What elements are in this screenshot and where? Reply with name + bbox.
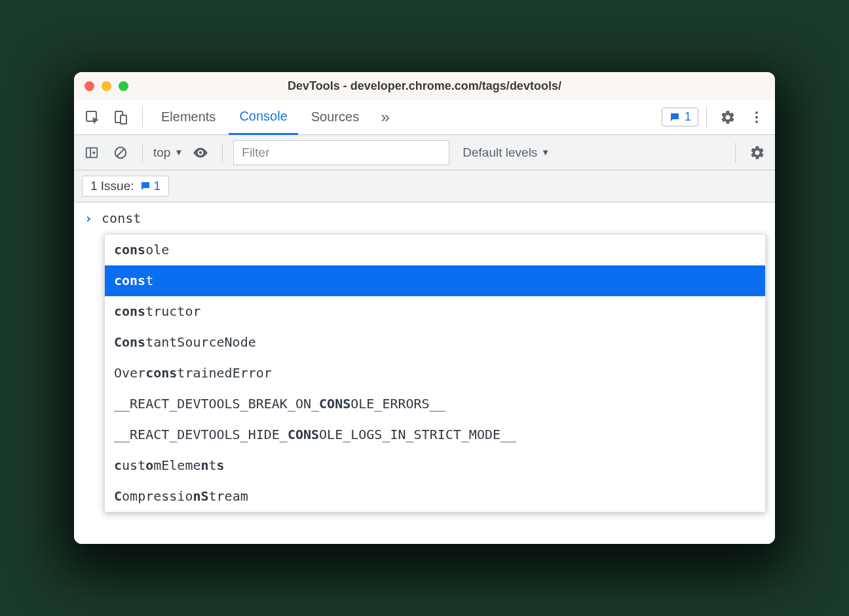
toggle-console-sidebar-icon[interactable]	[81, 142, 103, 164]
autocomplete-item[interactable]: __REACT_DEVTOOLS_HIDE_CONSOLE_LOGS_IN_ST…	[105, 419, 765, 450]
tab-console[interactable]: Console	[229, 100, 297, 135]
console-input[interactable]: const	[102, 210, 141, 226]
console-settings-icon[interactable]	[746, 142, 768, 164]
autocomplete-item[interactable]: ConstantSourceNode	[105, 327, 765, 358]
separator	[142, 143, 143, 163]
filter-input[interactable]	[233, 140, 449, 165]
chat-icon	[669, 111, 681, 123]
svg-line-9	[117, 149, 124, 156]
settings-icon[interactable]	[715, 104, 741, 130]
issues-label: 1 Issue:	[90, 179, 134, 193]
log-levels-selector[interactable]: Default levels ▼	[462, 145, 550, 160]
clear-console-icon[interactable]	[109, 142, 132, 164]
svg-rect-2	[121, 115, 126, 124]
svg-rect-6	[86, 147, 98, 157]
chevron-down-icon: ▼	[174, 147, 183, 157]
autocomplete-item[interactable]: console	[105, 235, 765, 265]
separator	[142, 107, 143, 128]
prompt-chevron-icon: ›	[85, 210, 92, 226]
maximize-window-button[interactable]	[119, 81, 128, 91]
chat-icon	[140, 180, 151, 192]
chevron-down-icon: ▼	[541, 147, 550, 157]
console-toolbar: top ▼ Default levels ▼	[74, 135, 775, 170]
window-title: DevTools - developer.chrome.com/tags/dev…	[74, 79, 775, 93]
live-expression-icon[interactable]	[189, 142, 212, 164]
autocomplete-popup: consoleconstconstructorConstantSourceNod…	[104, 234, 766, 512]
main-tabs-row: Elements Console Sources » 1	[74, 100, 775, 135]
separator	[735, 143, 736, 163]
svg-point-5	[755, 121, 758, 123]
autocomplete-item[interactable]: __REACT_DEVTOOLS_BREAK_ON_CONSOLE_ERRORS…	[105, 389, 765, 419]
tab-elements[interactable]: Elements	[151, 100, 226, 135]
autocomplete-item[interactable]: CompressionStream	[105, 481, 765, 512]
issues-bar: 1 Issue: 1	[74, 170, 775, 202]
execution-context-selector[interactable]: top ▼	[153, 145, 183, 160]
console-body: › const consoleconstconstructorConstantS…	[74, 202, 775, 544]
device-toolbar-icon[interactable]	[108, 104, 134, 130]
autocomplete-item[interactable]: const	[105, 265, 765, 296]
issues-count: 1	[685, 110, 691, 124]
tab-sources[interactable]: Sources	[301, 100, 369, 135]
context-label: top	[153, 145, 170, 160]
levels-label: Default levels	[462, 145, 537, 160]
inspect-element-icon[interactable]	[79, 104, 105, 130]
separator	[706, 107, 707, 128]
more-tabs-icon[interactable]: »	[372, 104, 398, 130]
kebab-menu-icon[interactable]	[744, 104, 770, 130]
svg-point-10	[199, 151, 202, 153]
separator	[222, 143, 223, 163]
autocomplete-item[interactable]: customElements	[105, 450, 765, 481]
devtools-window: DevTools - developer.chrome.com/tags/dev…	[74, 72, 775, 544]
issues-indicator[interactable]: 1	[662, 107, 698, 126]
issues-chip[interactable]: 1 Issue: 1	[82, 176, 169, 197]
autocomplete-item[interactable]: OverconstrainedError	[105, 358, 765, 389]
svg-point-4	[755, 116, 758, 119]
issues-count: 1	[154, 179, 161, 193]
minimize-window-button[interactable]	[102, 81, 111, 91]
svg-point-3	[755, 111, 758, 114]
console-prompt-row: › const	[74, 202, 775, 234]
window-controls	[85, 81, 128, 91]
close-window-button[interactable]	[85, 81, 94, 91]
autocomplete-item[interactable]: constructor	[105, 296, 765, 327]
title-bar: DevTools - developer.chrome.com/tags/dev…	[74, 72, 775, 100]
